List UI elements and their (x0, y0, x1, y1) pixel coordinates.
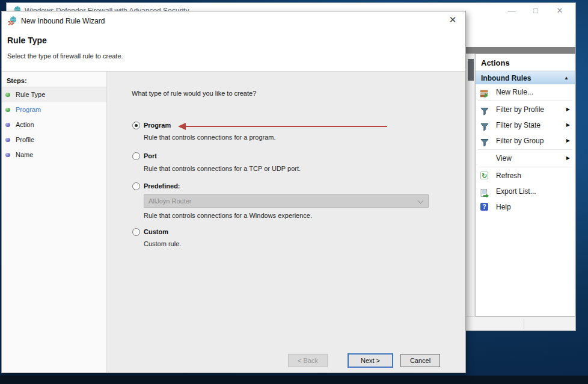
option-port-description: Rule that controls connections for a TCP… (144, 165, 301, 172)
close-button[interactable]: ✕ (548, 3, 572, 19)
wizard-question: What type of rule would you like to crea… (132, 90, 256, 97)
option-custom-label[interactable]: Custom (144, 228, 168, 235)
filter-icon (480, 121, 489, 129)
option-program-description: Rule that controls connections for a pro… (144, 134, 276, 141)
radio-program[interactable] (132, 122, 140, 129)
dialog-close-icon[interactable]: ✕ (447, 14, 459, 25)
submenu-arrow-icon: ▶ (566, 133, 570, 149)
maximize-button[interactable]: □ (524, 3, 548, 19)
action-label: New Rule... (496, 84, 533, 100)
submenu-arrow-icon: ▶ (566, 102, 570, 117)
radio-port[interactable] (132, 152, 140, 160)
step-profile: Profile (2, 132, 106, 147)
red-arrow-annotation (178, 123, 387, 130)
step-rule-type: Rule Type (2, 87, 106, 102)
option-program-label[interactable]: Program (144, 122, 171, 129)
action-view[interactable]: View ▶ (476, 150, 575, 166)
action-label: Filter by State (496, 117, 541, 133)
option-predefined-label[interactable]: Predefined: (144, 182, 180, 190)
step-program: Program (2, 102, 106, 117)
export-list-icon (480, 187, 489, 196)
filter-icon (480, 105, 489, 114)
step-bullet-icon (5, 123, 10, 127)
action-help[interactable]: ? Help (476, 199, 575, 215)
inbound-rules-label: Inbound Rules (481, 74, 531, 82)
radio-custom[interactable] (132, 228, 140, 236)
option-predefined-description: Rule that controls connections for a Win… (144, 212, 312, 219)
desktop-bottom-strip (0, 376, 588, 384)
radio-predefined[interactable] (132, 182, 140, 190)
actions-panel: Actions Inbound Rules ▲ New Rule... (475, 54, 575, 317)
action-export-list[interactable]: Export List... (476, 184, 575, 199)
new-rule-icon (480, 88, 489, 96)
step-bullet-icon (5, 138, 10, 142)
next-button[interactable]: Next > (348, 353, 393, 368)
action-label: Help (496, 199, 511, 215)
step-bullet-icon (5, 93, 10, 97)
back-button[interactable]: < Back (288, 354, 328, 367)
submenu-arrow-icon: ▶ (566, 150, 570, 166)
step-action: Action (2, 117, 106, 132)
status-bar-divider (524, 319, 524, 329)
steps-heading: Steps: (2, 72, 106, 87)
step-name: Name (2, 147, 106, 163)
predefined-dropdown-value: AllJoyn Router (149, 197, 192, 205)
separator (478, 167, 572, 167)
action-filter-by-state[interactable]: Filter by State ▶ (476, 117, 575, 133)
action-label: Refresh (496, 168, 521, 184)
steps-pane: Steps: Rule Type Program Action Profile … (2, 72, 107, 373)
step-bullet-icon (5, 153, 10, 157)
chevron-down-icon (418, 198, 424, 204)
help-icon: ? (480, 203, 489, 211)
wizard-header: New Inbound Rule Wizard ✕ Rule Type Sele… (2, 11, 465, 72)
page-subtitle: Select the type of firewall rule to crea… (7, 52, 123, 60)
scrollbar-thumb[interactable] (468, 59, 474, 81)
option-port-label[interactable]: Port (144, 152, 157, 159)
option-custom-description: Custom rule. (144, 240, 181, 247)
actions-panel-title: Actions (476, 54, 575, 71)
new-inbound-rule-wizard-dialog: New Inbound Rule Wizard ✕ Rule Type Sele… (1, 11, 466, 373)
collapse-icon[interactable]: ▲ (564, 72, 569, 85)
window-controls: — □ ✕ (500, 3, 572, 19)
wizard-title: New Inbound Rule Wizard (21, 17, 105, 25)
action-label: Filter by Profile (496, 102, 544, 117)
action-filter-by-profile[interactable]: Filter by Profile ▶ (476, 102, 575, 117)
action-label: Export List... (496, 184, 536, 199)
submenu-arrow-icon: ▶ (566, 117, 570, 133)
separator (478, 149, 572, 150)
page-title: Rule Type (7, 36, 47, 45)
separator (478, 101, 572, 101)
minimize-button[interactable]: — (500, 3, 524, 19)
action-label: View (496, 150, 512, 166)
step-bullet-icon (5, 108, 10, 112)
action-label: Filter by Group (496, 133, 544, 149)
action-filter-by-group[interactable]: Filter by Group ▶ (476, 133, 575, 149)
predefined-dropdown: AllJoyn Router (144, 194, 429, 208)
wizard-icon (8, 16, 17, 25)
refresh-icon: ↻ (480, 172, 489, 180)
filter-icon (480, 137, 489, 145)
action-refresh[interactable]: ↻ Refresh (476, 168, 575, 184)
desktop: Windows Defender Firewall with Advanced … (0, 0, 588, 384)
cancel-button[interactable]: Cancel (400, 354, 440, 367)
inbound-rules-section-header[interactable]: Inbound Rules ▲ (476, 71, 575, 84)
vertical-scrollbar[interactable] (467, 54, 475, 317)
action-new-rule[interactable]: New Rule... (476, 84, 575, 100)
